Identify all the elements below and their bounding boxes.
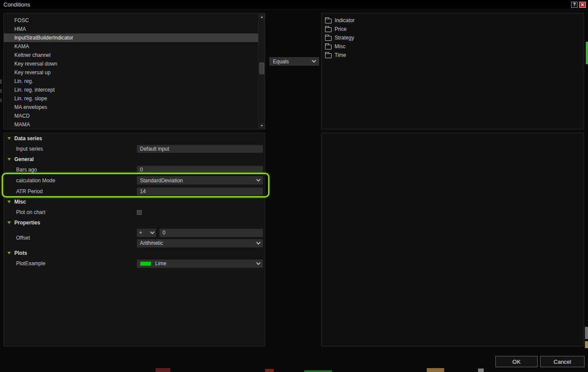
offset-value-field[interactable] bbox=[159, 229, 263, 237]
collapse-arrow-icon bbox=[7, 201, 11, 203]
tree-item-time[interactable]: Time bbox=[325, 51, 584, 59]
section-title: General bbox=[14, 156, 34, 162]
screen-edge-artifact bbox=[304, 370, 332, 372]
list-item[interactable]: FOSC bbox=[4, 16, 258, 25]
list-scrollbar[interactable]: ▲ ▼ bbox=[258, 13, 265, 129]
collapse-arrow-icon bbox=[7, 137, 11, 140]
collapse-arrow-icon bbox=[7, 252, 11, 254]
tree-item-strategy[interactable]: Strategy bbox=[325, 33, 584, 42]
section-title: Plots bbox=[14, 250, 27, 256]
operator-dropdown[interactable]: Equals bbox=[269, 57, 319, 66]
section-header-misc[interactable]: Misc bbox=[4, 197, 265, 207]
calculation-mode-dropdown[interactable]: StandardDeviation bbox=[137, 176, 263, 184]
collapse-arrow-icon bbox=[7, 158, 11, 161]
offset-controls: + Arithmetic bbox=[137, 229, 263, 247]
atr-period-field[interactable] bbox=[137, 188, 263, 195]
section-title: Data series bbox=[14, 135, 42, 142]
calculation-mode-value: StandardDeviation bbox=[140, 178, 183, 184]
offset-mode-dropdown[interactable]: Arithmetic bbox=[137, 239, 263, 247]
folder-icon bbox=[325, 53, 332, 58]
property-row-plot-example: PlotExample Lime bbox=[4, 258, 265, 269]
bars-ago-field[interactable] bbox=[137, 166, 263, 174]
section-header-general[interactable]: General bbox=[4, 154, 265, 165]
property-row-offset: Offset + Arithmetic bbox=[4, 228, 265, 248]
chevron-down-icon bbox=[312, 59, 316, 63]
tree-item-indicator[interactable]: Indicator bbox=[325, 16, 584, 25]
list-item[interactable]: Lin. reg. intercept bbox=[4, 86, 258, 94]
list-item[interactable]: KAMA bbox=[4, 42, 258, 51]
folder-icon bbox=[325, 45, 332, 49]
screen-edge-artifact bbox=[586, 42, 588, 64]
screen-edge-artifact bbox=[0, 89, 2, 93]
list-item-selected[interactable]: InputStratBuilderIndicator bbox=[4, 33, 258, 42]
section-header-data-series[interactable]: Data series bbox=[4, 133, 265, 144]
input-series-field[interactable] bbox=[137, 145, 263, 153]
plot-on-chart-label: Plot on chart bbox=[16, 209, 137, 215]
scroll-up-icon[interactable]: ▲ bbox=[259, 14, 265, 20]
list-item[interactable]: HMA bbox=[4, 25, 258, 33]
screen-edge-artifact bbox=[427, 368, 444, 372]
list-item[interactable]: MAMA bbox=[4, 120, 258, 129]
tree-item-label: Indicator bbox=[335, 17, 355, 23]
section-header-plots[interactable]: Plots bbox=[4, 248, 265, 258]
screen-edge-artifact bbox=[585, 327, 588, 339]
tree-item-label: Time bbox=[335, 52, 346, 58]
tree-item-label: Strategy bbox=[335, 35, 354, 41]
help-button[interactable]: ? bbox=[571, 2, 578, 8]
screen-edge-artifact bbox=[0, 79, 2, 84]
offset-sign-value: + bbox=[139, 230, 142, 236]
offset-sign-dropdown[interactable]: + bbox=[137, 229, 156, 237]
plot-example-label: PlotExample bbox=[16, 260, 137, 267]
plot-example-color-dropdown[interactable]: Lime bbox=[137, 260, 263, 268]
section-header-properties[interactable]: Properties bbox=[4, 217, 265, 228]
window-title: Conditions bbox=[3, 1, 30, 8]
conditions-dialog: Conditions ? × FOSC HMA InputStratBuilde… bbox=[0, 0, 588, 372]
list-item[interactable]: Key reversal up bbox=[4, 68, 258, 77]
property-row-input-series: Input series bbox=[4, 144, 265, 154]
screen-edge-artifact bbox=[0, 99, 2, 102]
tree-item-misc[interactable]: Misc bbox=[325, 42, 584, 51]
folder-icon bbox=[325, 19, 332, 23]
property-row-atr-period: ATR Period bbox=[4, 186, 265, 197]
category-tree-panel: Indicator Price Strategy Misc Time bbox=[321, 13, 584, 129]
scroll-down-icon[interactable]: ▼ bbox=[259, 123, 265, 128]
list-item[interactable]: Lin. reg. bbox=[4, 77, 258, 86]
atr-period-label: ATR Period bbox=[16, 188, 137, 194]
color-swatch bbox=[140, 261, 151, 266]
property-grid-panel: Data series Input series General Bars ag… bbox=[3, 133, 265, 346]
input-series-label: Input series bbox=[16, 146, 137, 152]
operator-dropdown-value: Equals bbox=[273, 59, 289, 65]
titlebar-buttons: ? × bbox=[571, 2, 586, 8]
indicator-list: FOSC HMA InputStratBuilderIndicator KAMA… bbox=[4, 13, 258, 129]
property-row-plot-on-chart: Plot on chart bbox=[4, 207, 265, 217]
tree-item-label: Misc bbox=[335, 43, 345, 49]
section-title: Misc bbox=[14, 199, 26, 205]
plot-example-color-value: Lime bbox=[155, 260, 166, 267]
plot-on-chart-checkbox[interactable] bbox=[137, 210, 142, 215]
list-item[interactable]: Key reversal down bbox=[4, 59, 258, 68]
chevron-down-icon bbox=[256, 178, 261, 182]
cancel-button[interactable]: Cancel bbox=[540, 356, 585, 367]
offset-label: Offset bbox=[16, 235, 137, 241]
list-item[interactable]: Keltner channel bbox=[4, 51, 258, 59]
chevron-down-icon bbox=[150, 230, 155, 234]
list-item[interactable]: Lin. reg. slope bbox=[4, 94, 258, 103]
screen-edge-artifact bbox=[478, 369, 484, 372]
offset-mode-value: Arithmetic bbox=[140, 240, 163, 246]
tree-item-price[interactable]: Price bbox=[325, 25, 584, 33]
chevron-down-icon bbox=[256, 260, 261, 265]
category-tree: Indicator Price Strategy Misc Time bbox=[322, 13, 584, 59]
calculation-mode-label: calculation Mode bbox=[16, 178, 137, 184]
section-title: Properties bbox=[14, 220, 40, 226]
ok-button[interactable]: OK bbox=[495, 356, 538, 367]
tree-item-label: Price bbox=[335, 26, 346, 32]
collapse-arrow-icon bbox=[7, 221, 11, 224]
property-row-calculation-mode: calculation Mode StandardDeviation bbox=[4, 175, 265, 186]
list-item[interactable]: MACD bbox=[4, 112, 258, 120]
scrollbar-thumb[interactable] bbox=[259, 63, 264, 74]
close-button[interactable]: × bbox=[579, 2, 586, 8]
screen-edge-artifact bbox=[156, 368, 170, 372]
bars-ago-label: Bars ago bbox=[16, 167, 137, 173]
title-bar: Conditions ? × bbox=[0, 0, 588, 10]
list-item[interactable]: MA envelopes bbox=[4, 103, 258, 112]
